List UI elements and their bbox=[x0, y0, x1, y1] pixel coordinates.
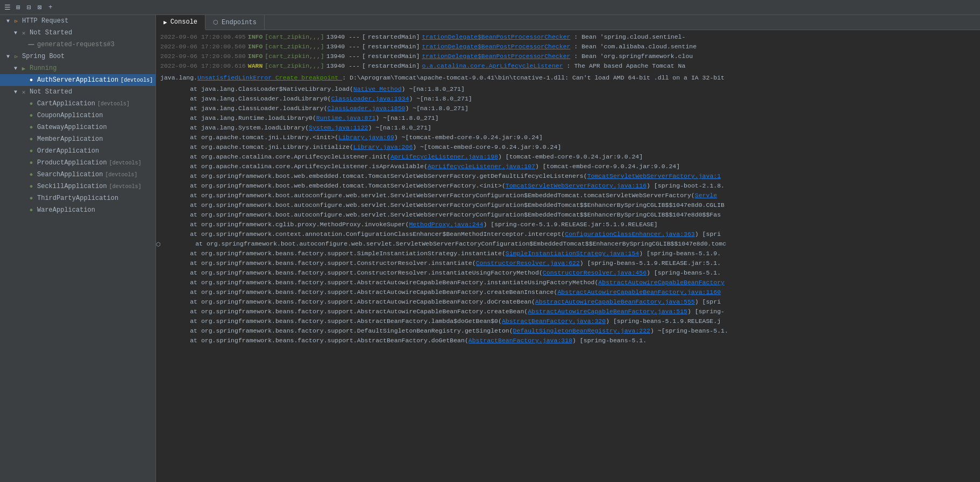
stack-frame-1: at java.lang.ClassLoader$NativeLibrary.l… bbox=[156, 84, 980, 94]
running-icon: ▶ bbox=[19, 64, 28, 73]
stack-frame-18: at org.springframework.beans.factory.sup… bbox=[156, 258, 980, 268]
expand-arrow: ▼ bbox=[4, 53, 12, 60]
search-icon[interactable]: ⊠ bbox=[35, 3, 44, 12]
right-panel: ▶ Console ⬡ Endpoints 2022-09-06 17:20:0… bbox=[156, 15, 980, 482]
sidebar-item-product[interactable]: ● ProductApplication [devtools] bbox=[0, 157, 155, 169]
stack-link-22[interactable]: AbstractAutowireCapableBeanFactory.java:… bbox=[535, 297, 695, 307]
stack-link-4[interactable]: Runtime.java:871 bbox=[316, 113, 375, 123]
ware-icon: ● bbox=[27, 206, 35, 214]
endpoints-tab-icon: ⬡ bbox=[213, 19, 218, 26]
stack-link-26[interactable]: AbstractBeanFactory.java:318 bbox=[468, 336, 572, 346]
thirdparty-label: ThirdPartyApplication bbox=[37, 195, 118, 202]
sidebar-item-order[interactable]: ● OrderApplication bbox=[0, 145, 155, 157]
rerun-icon[interactable]: ☰ bbox=[3, 3, 12, 12]
log-line-3: 2022-09-06 17:20:00.580 INFO [cart_zipki… bbox=[156, 52, 980, 61]
stack-frame-17: at org.springframework.beans.factory.sup… bbox=[156, 249, 980, 258]
log-class-link-1[interactable]: trationDelegate$BeanPostProcessorChecker bbox=[422, 32, 570, 41]
log-class-link-4[interactable]: o.a.catalina.core.AprLifecycleListener bbox=[422, 61, 563, 70]
cart-icon: ● bbox=[27, 99, 35, 108]
search-app-icon: ● bbox=[27, 170, 35, 179]
log-line-2: 2022-09-06 17:20:00.560 INFO [cart_zipki… bbox=[156, 42, 980, 52]
console-tab-icon: ▶ bbox=[164, 19, 167, 26]
stack-link-9[interactable]: AprLifecycleListener.java:107 bbox=[428, 162, 535, 171]
sidebar-item-generated-requests[interactable]: ━━ generated-requests#3 bbox=[0, 39, 155, 51]
stack-link-3[interactable]: ClassLoader.java:1850 bbox=[328, 104, 406, 113]
sidebar-item-running[interactable]: ▼ ▶ Running bbox=[0, 62, 155, 74]
expand-arrow: ▼ bbox=[12, 64, 19, 72]
tab-bar: ▶ Console ⬡ Endpoints bbox=[156, 15, 980, 30]
sidebar-item-gateway[interactable]: ● GatewayApplication bbox=[0, 121, 155, 133]
stack-link-18[interactable]: ConstructorResolver.java:622 bbox=[476, 258, 580, 268]
stack-link-6[interactable]: Library.java:69 bbox=[338, 133, 394, 142]
endpoints-tab-label: Endpoints bbox=[222, 19, 257, 26]
not-started-2-label: Not Started bbox=[30, 88, 72, 96]
log-line-1: 2022-09-06 17:20:00.495 INFO [cart_zipki… bbox=[156, 32, 980, 42]
search-label: SearchApplication bbox=[37, 171, 103, 178]
stack-link-8[interactable]: AprLifecycleListener.java:198 bbox=[390, 152, 498, 162]
member-label: MemberApplication bbox=[37, 135, 103, 143]
stack-frame-7: at org.apache.tomcat.jni.Library.initial… bbox=[156, 142, 980, 152]
coupon-label: CouponApplication bbox=[37, 112, 103, 119]
stack-link-7[interactable]: Library.java:206 bbox=[353, 142, 413, 152]
sidebar-item-member[interactable]: ● MemberApplication bbox=[0, 133, 155, 145]
coupon-icon: ● bbox=[27, 111, 35, 120]
toolbar: ☰ ⊞ ⊟ ⊠ + bbox=[0, 0, 980, 15]
stack-link-25[interactable]: DefaultSingletonBeanRegistry.java:222 bbox=[513, 326, 650, 336]
stack-link-2[interactable]: ClassLoader.java:1934 bbox=[331, 94, 409, 104]
console-tab-label: Console bbox=[171, 18, 197, 26]
stack-link-12[interactable]: Servle bbox=[695, 191, 717, 200]
sidebar-item-auth-server[interactable]: ● AuthServerApplication [devtools] bbox=[0, 74, 155, 86]
stack-frame-20: at org.springframework.beans.factory.sup… bbox=[156, 278, 980, 287]
member-icon: ● bbox=[27, 135, 35, 143]
sidebar-item-search[interactable]: ● SearchApplication [devtools] bbox=[0, 169, 155, 181]
sidebar-item-http-request[interactable]: ▼ ⊳ HTTP Request bbox=[0, 15, 155, 27]
not-started-1-label: Not Started bbox=[30, 29, 72, 37]
expand-arrow: ▼ bbox=[12, 88, 19, 96]
stack-frame-2: at java.lang.ClassLoader.loadLibrary0(Cl… bbox=[156, 94, 980, 104]
tab-console[interactable]: ▶ Console bbox=[156, 15, 205, 30]
stack-link-15[interactable]: MethodProxy.java:244 bbox=[409, 220, 483, 229]
stack-frame-4: at java.lang.Runtime.loadLibrary0(Runtim… bbox=[156, 113, 980, 123]
stack-link-1[interactable]: Native Method bbox=[353, 84, 402, 94]
auth-app-icon: ● bbox=[27, 76, 35, 84]
sidebar: ▼ ⊳ HTTP Request ▼ ✕ Not Started ━━ gene… bbox=[0, 15, 156, 482]
stack-link-17[interactable]: SimpleInstantiationStrategy.java:154 bbox=[506, 249, 639, 258]
tab-endpoints[interactable]: ⬡ Endpoints bbox=[205, 15, 265, 30]
stack-link-23[interactable]: AbstractAutowireCapableBeanFactory.java:… bbox=[528, 307, 687, 316]
sidebar-item-ware[interactable]: ● WareApplication bbox=[0, 204, 155, 216]
sidebar-item-thirdparty[interactable]: ● ThirdPartyApplication bbox=[0, 192, 155, 204]
stack-link-21[interactable]: AbstractAutowireCapableBeanFactory.java:… bbox=[557, 287, 721, 297]
filter-icon[interactable]: ⊟ bbox=[25, 3, 33, 12]
sidebar-item-not-started-2[interactable]: ▼ ✕ Not Started bbox=[0, 86, 155, 98]
create-breakpoint[interactable]: Create breakpoint bbox=[272, 73, 342, 82]
stack-link-16[interactable]: ConfigurationClassEnhancer.java:363 bbox=[565, 229, 695, 239]
generated-icon: ━━ bbox=[27, 40, 35, 49]
stack-link-5[interactable]: System.java:1122 bbox=[309, 123, 368, 133]
stack-frame-debug: ⬡ at org.springframework.boot.autoconfig… bbox=[156, 239, 980, 249]
not-started-icon-1: ✕ bbox=[19, 28, 28, 37]
stack-link-19[interactable]: ConstructorResolver.java:456 bbox=[543, 268, 647, 278]
auth-server-badge: [devtools] bbox=[120, 77, 153, 83]
log-class-link-3[interactable]: trationDelegate$BeanPostProcessorChecker bbox=[422, 52, 570, 61]
stack-frame-6: at org.apache.tomcat.jni.Library.<init>(… bbox=[156, 133, 980, 142]
stack-frame-11: at org.springframework.boot.web.embedded… bbox=[156, 181, 980, 191]
sidebar-item-seckill[interactable]: ● SeckillApplication [devtools] bbox=[0, 181, 155, 192]
console-output[interactable]: 2022-09-06 17:20:00.495 INFO [cart_zipki… bbox=[156, 30, 980, 482]
stack-frame-23: at org.springframework.beans.factory.sup… bbox=[156, 307, 980, 316]
log-class-link-2[interactable]: trationDelegate$BeanPostProcessorChecker bbox=[422, 42, 570, 51]
unsatisfied-link-error[interactable]: UnsatisfiedLinkError bbox=[197, 73, 272, 82]
grid-icon[interactable]: ⊞ bbox=[14, 3, 23, 12]
stack-link-20[interactable]: AbstractAutowireCapableBeanFactory bbox=[598, 278, 725, 287]
ware-label: WareApplication bbox=[37, 206, 95, 214]
add-icon[interactable]: + bbox=[46, 3, 55, 12]
sidebar-item-coupon[interactable]: ● CouponApplication bbox=[0, 110, 155, 121]
thirdparty-icon: ● bbox=[27, 194, 35, 203]
stack-link-11[interactable]: TomcatServletWebServerFactory.java:116 bbox=[506, 181, 647, 191]
sidebar-item-spring-boot[interactable]: ▼ ⊳ Spring Boot bbox=[0, 51, 155, 62]
stack-link-24[interactable]: AbstractBeanFactory.java:320 bbox=[502, 316, 606, 326]
stack-link-10[interactable]: TomcatServletWebServerFactory.java:1 bbox=[587, 171, 721, 181]
stack-frame-24: at org.springframework.beans.factory.sup… bbox=[156, 316, 980, 326]
sidebar-item-cart[interactable]: ● CartApplication [devtools] bbox=[0, 98, 155, 110]
sidebar-item-not-started-1[interactable]: ▼ ✕ Not Started bbox=[0, 27, 155, 39]
not-started-icon-2: ✕ bbox=[19, 88, 28, 96]
